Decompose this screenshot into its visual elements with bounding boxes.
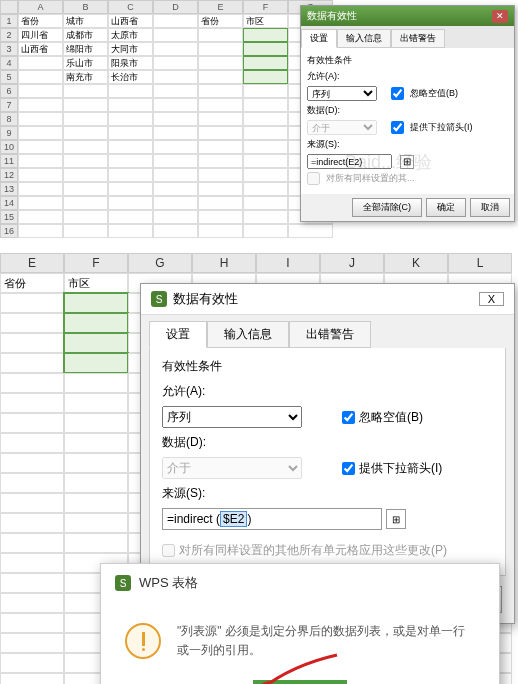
cell[interactable] <box>108 126 153 140</box>
col-header[interactable]: E <box>198 0 243 14</box>
col-header[interactable]: G <box>128 253 192 273</box>
col-header[interactable]: F <box>64 253 128 273</box>
dropdown-checkbox[interactable] <box>391 121 404 134</box>
ref-picker-icon[interactable]: ⊞ <box>386 509 406 529</box>
cell[interactable] <box>108 210 153 224</box>
col-header[interactable]: K <box>384 253 448 273</box>
col-header[interactable]: B <box>63 0 108 14</box>
cell[interactable] <box>153 28 198 42</box>
cell[interactable] <box>153 168 198 182</box>
cell[interactable] <box>153 182 198 196</box>
cell[interactable] <box>64 513 128 533</box>
row-header[interactable]: 10 <box>0 140 18 154</box>
cell[interactable] <box>0 573 64 593</box>
cell[interactable] <box>0 553 64 573</box>
cell[interactable]: 绵阳市 <box>63 42 108 56</box>
cell[interactable] <box>64 493 128 513</box>
col-header[interactable]: D <box>153 0 198 14</box>
row-header[interactable]: 2 <box>0 28 18 42</box>
cell[interactable] <box>63 154 108 168</box>
cell[interactable] <box>18 182 63 196</box>
col-header[interactable]: A <box>18 0 63 14</box>
row-header[interactable]: 6 <box>0 84 18 98</box>
row-header[interactable]: 12 <box>0 168 18 182</box>
col-header[interactable]: L <box>448 253 512 273</box>
allow-select[interactable]: 序列 <box>162 406 302 428</box>
cell[interactable] <box>243 70 288 84</box>
cell[interactable] <box>153 154 198 168</box>
tab-settings[interactable]: 设置 <box>301 29 337 48</box>
ignore-blank-checkbox[interactable] <box>342 411 355 424</box>
cell[interactable] <box>153 56 198 70</box>
cell[interactable] <box>198 98 243 112</box>
cell[interactable]: 成都市 <box>63 28 108 42</box>
row-header[interactable]: 3 <box>0 42 18 56</box>
cell[interactable] <box>153 112 198 126</box>
cell[interactable] <box>198 70 243 84</box>
cell[interactable] <box>108 168 153 182</box>
cell[interactable] <box>198 196 243 210</box>
cell[interactable] <box>243 196 288 210</box>
cell[interactable] <box>0 313 64 333</box>
cell[interactable] <box>0 533 64 553</box>
source-input[interactable]: =indirect ($E2) <box>162 508 382 530</box>
col-header[interactable]: H <box>192 253 256 273</box>
cell[interactable] <box>18 70 63 84</box>
cell[interactable] <box>198 210 243 224</box>
cell[interactable] <box>243 98 288 112</box>
row-header[interactable]: 1 <box>0 14 18 28</box>
cell[interactable] <box>198 140 243 154</box>
cell[interactable] <box>153 98 198 112</box>
ignore-blank-checkbox[interactable] <box>391 87 404 100</box>
cell[interactable] <box>108 140 153 154</box>
cell[interactable]: 市区 <box>64 273 128 293</box>
ok-button[interactable]: 确定 <box>253 680 347 684</box>
cell[interactable]: 长治市 <box>108 70 153 84</box>
row-header[interactable]: 9 <box>0 126 18 140</box>
row-header[interactable]: 16 <box>0 224 18 238</box>
cell[interactable] <box>18 196 63 210</box>
cell[interactable]: 城市 <box>63 14 108 28</box>
cell[interactable] <box>108 224 153 238</box>
row-header[interactable]: 13 <box>0 182 18 196</box>
cell[interactable] <box>0 613 64 633</box>
cell[interactable] <box>243 154 288 168</box>
cell[interactable] <box>198 28 243 42</box>
ref-picker-icon[interactable]: ⊞ <box>400 155 414 169</box>
cell[interactable]: 省份 <box>198 14 243 28</box>
row-header[interactable]: 11 <box>0 154 18 168</box>
cell[interactable] <box>64 533 128 553</box>
cell[interactable] <box>0 413 64 433</box>
cell[interactable] <box>108 182 153 196</box>
cell[interactable]: 山西省 <box>18 42 63 56</box>
cell[interactable] <box>63 224 108 238</box>
cell[interactable] <box>243 112 288 126</box>
cell[interactable] <box>153 70 198 84</box>
dialog-titlebar[interactable]: 数据有效性 ✕ <box>301 6 514 26</box>
cell[interactable] <box>64 293 128 313</box>
cell[interactable] <box>64 393 128 413</box>
cell[interactable] <box>153 14 198 28</box>
cell[interactable] <box>153 196 198 210</box>
cell[interactable] <box>63 210 108 224</box>
cell[interactable] <box>108 154 153 168</box>
cell[interactable]: 四川省 <box>18 28 63 42</box>
cell[interactable] <box>243 168 288 182</box>
cell[interactable] <box>18 84 63 98</box>
cell[interactable] <box>108 98 153 112</box>
tab-input-msg[interactable]: 输入信息 <box>337 29 391 48</box>
cell[interactable] <box>0 653 64 673</box>
clear-all-button[interactable]: 全部清除(C) <box>352 198 423 217</box>
cell[interactable] <box>243 224 288 238</box>
cell[interactable] <box>243 84 288 98</box>
cell[interactable] <box>64 373 128 393</box>
cell[interactable] <box>153 210 198 224</box>
cell[interactable] <box>288 224 333 238</box>
cell[interactable] <box>0 373 64 393</box>
cell[interactable] <box>0 393 64 413</box>
cell[interactable] <box>64 333 128 353</box>
cell[interactable]: 乐山市 <box>63 56 108 70</box>
cell[interactable] <box>64 473 128 493</box>
col-header[interactable]: I <box>256 253 320 273</box>
cell[interactable] <box>0 493 64 513</box>
